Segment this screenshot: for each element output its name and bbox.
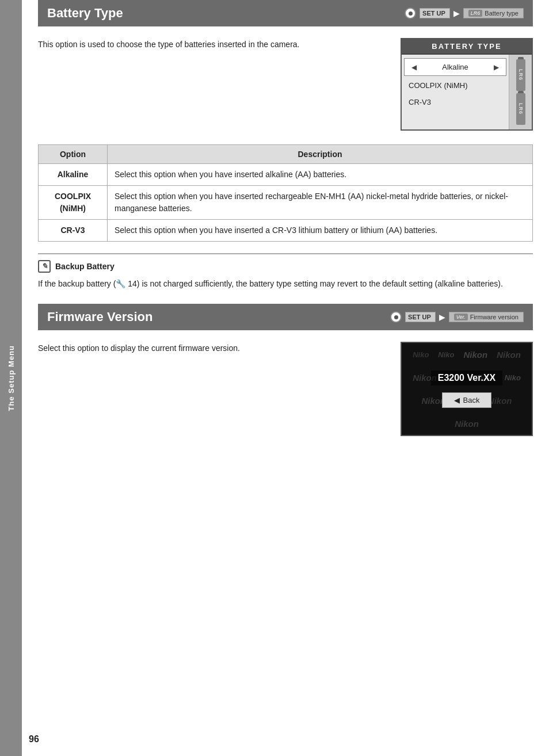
table-cell-crv3-option: CR-V3 xyxy=(39,220,108,242)
firmware-intro-text: Select this option to display the curren… xyxy=(38,342,389,436)
firmware-nav: SET UP ▶ Ver. Firmware version xyxy=(390,311,524,323)
alkaline-label: Alkaline xyxy=(442,63,468,71)
firmware-setup-badge: SET UP xyxy=(405,312,436,322)
left-arrow-icon: ◀ xyxy=(411,63,417,71)
battery-ui-mockup: BATTERY TYPE ◀ Alkaline ▶ COOLPIX (NiMH)… xyxy=(401,38,533,131)
battery-intro-text: This option is used to choose the type o… xyxy=(38,38,389,131)
battery-option-coolpix[interactable]: COOLPIX (NiMH) xyxy=(402,77,509,94)
battery-intro-row: This option is used to choose the type o… xyxy=(38,38,533,131)
table-header-description: Description xyxy=(108,145,533,164)
table-cell-crv3-desc: Select this option when you have inserte… xyxy=(108,220,533,242)
cell-label-1: LR6 xyxy=(518,69,524,81)
note-title: Backup Battery xyxy=(55,262,115,271)
note-text: If the backup battery (🔧 14) is not char… xyxy=(38,277,533,290)
battery-cell-2: LR6 xyxy=(516,93,525,125)
setup-badge-label: SET UP xyxy=(422,10,445,17)
firmware-title: Firmware Version xyxy=(47,310,152,324)
options-table: Option Description Alkaline Select this … xyxy=(38,144,533,242)
setup-badge: SET UP xyxy=(420,8,450,18)
table-row: Alkaline Select this option when you hav… xyxy=(39,164,533,186)
nav-arrow: ▶ xyxy=(453,9,460,18)
firmware-setup-badge-label: SET UP xyxy=(408,314,431,320)
battery-type-nav-label: Battery type xyxy=(485,10,518,17)
battery-option-alkaline[interactable]: ◀ Alkaline ▶ xyxy=(404,58,506,76)
firmware-menu-dot xyxy=(394,315,398,319)
coolpix-label: COOLPIX (NiMH) xyxy=(409,81,468,90)
firmware-ui-mockup: Niko Niko Nikon Nikon Nikon Niko Nikon N… xyxy=(401,342,533,436)
table-cell-alkaline-option: Alkaline xyxy=(39,164,108,186)
battery-option-crv3[interactable]: CR-V3 xyxy=(402,94,509,110)
sidebar-tab: The Setup Menu xyxy=(0,0,22,756)
firmware-nav-arrow: ▶ xyxy=(439,312,445,322)
menu-button-icon xyxy=(405,7,416,19)
battery-ui-header: BATTERY TYPE xyxy=(402,39,532,55)
battery-options-list: ◀ Alkaline ▶ COOLPIX (NiMH) CR-V3 xyxy=(402,55,509,129)
table-row: COOLPIX(NiMH) Select this option when yo… xyxy=(39,186,533,220)
firmware-version-display: E3200 Ver.XX xyxy=(431,371,503,385)
battery-cells-side: LR6 LR6 xyxy=(509,55,532,129)
firmware-intro-row: Select this option to display the curren… xyxy=(38,342,533,436)
ver-icon: Ver. xyxy=(454,314,468,320)
note-header: ✎ Backup Battery xyxy=(38,260,533,273)
right-arrow-icon: ▶ xyxy=(494,63,499,71)
crv3-label: CR-V3 xyxy=(409,98,431,106)
battery-ui-body: ◀ Alkaline ▶ COOLPIX (NiMH) CR-V3 LR6 xyxy=(402,55,532,129)
table-cell-coolpix-option: COOLPIX(NiMH) xyxy=(39,186,108,220)
table-cell-alkaline-desc: Select this option when you have inserte… xyxy=(108,164,533,186)
lr6-icon: LR6 xyxy=(468,10,483,17)
table-cell-coolpix-desc: Select this option when you have inserte… xyxy=(108,186,533,220)
firmware-menu-button-icon xyxy=(390,311,402,323)
cell-label-2: LR6 xyxy=(518,103,524,114)
main-content: Battery Type SET UP ▶ LR6 Battery type T… xyxy=(22,0,549,473)
firmware-nav-label: Firmware version xyxy=(470,314,518,320)
back-label: Back xyxy=(463,396,480,404)
firmware-section-header: Firmware Version SET UP ▶ Ver. Firmware … xyxy=(38,304,533,330)
note-pencil-icon: ✎ xyxy=(38,260,51,273)
battery-cell-1: LR6 xyxy=(516,59,525,91)
table-header-option: Option xyxy=(39,145,108,164)
firmware-version-badge: Ver. Firmware version xyxy=(449,312,524,322)
backup-battery-note: ✎ Backup Battery If the backup battery (… xyxy=(38,253,533,290)
firmware-back-button[interactable]: ◀ Back xyxy=(442,392,492,408)
back-arrow-icon: ◀ xyxy=(454,396,460,404)
battery-type-badge: LR6 Battery type xyxy=(463,8,524,18)
page-number: 96 xyxy=(29,734,39,744)
battery-nav: SET UP ▶ LR6 Battery type xyxy=(405,7,524,19)
table-row: CR-V3 Select this option when you have i… xyxy=(39,220,533,242)
menu-dot xyxy=(409,12,413,16)
battery-section-header: Battery Type SET UP ▶ LR6 Battery type xyxy=(38,0,533,26)
battery-title: Battery Type xyxy=(47,6,123,21)
firmware-ui-content: E3200 Ver.XX ◀ Back xyxy=(402,343,532,435)
sidebar-label: The Setup Menu xyxy=(7,345,16,411)
